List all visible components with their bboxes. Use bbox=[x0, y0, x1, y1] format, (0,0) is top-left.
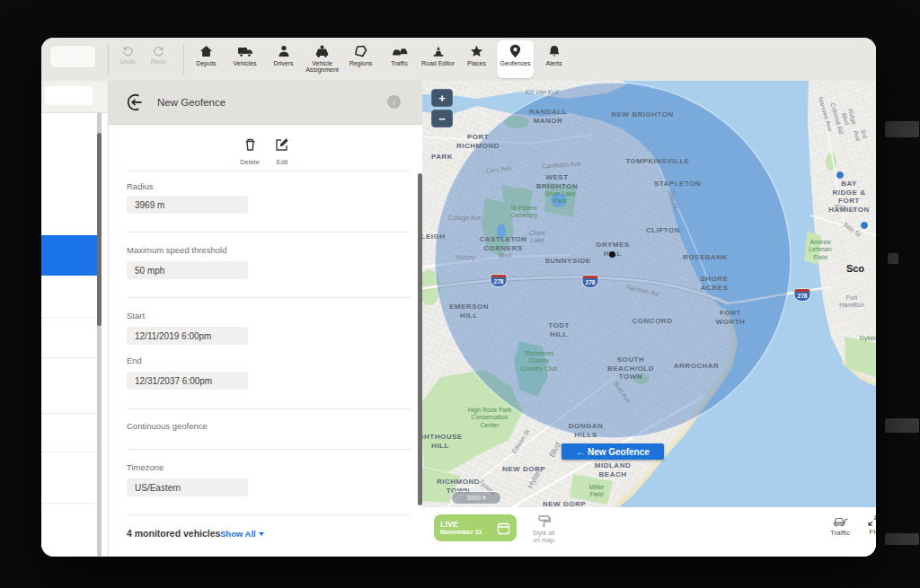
panel-divider bbox=[127, 171, 411, 171]
home-icon bbox=[199, 43, 213, 59]
interstate-278-shield-icon: 278 bbox=[795, 289, 810, 301]
toolbar-tabs: DepotsVehiclesDriversVehicle AssignmentR… bbox=[187, 38, 573, 81]
redo-icon bbox=[152, 44, 165, 57]
undo-icon bbox=[121, 44, 135, 57]
show-all-label: Show All bbox=[220, 529, 256, 539]
map-new-geofence-button[interactable]: ← New Geofence bbox=[562, 443, 664, 460]
sidebar-search-skeleton[interactable] bbox=[49, 45, 96, 68]
sidebar-row-divider bbox=[41, 503, 99, 504]
panel-header: New Geofence i bbox=[109, 81, 422, 125]
undo-label: Undo bbox=[112, 58, 143, 65]
trash-icon bbox=[243, 137, 257, 152]
panel-divider bbox=[127, 297, 411, 298]
interstate-278-shield-icon: 278 bbox=[583, 276, 598, 287]
sidebar-row-divider bbox=[41, 317, 99, 318]
toolbar-tab-vehicle-assignment[interactable]: Vehicle Assignment bbox=[303, 38, 341, 81]
monitored-vehicles-text: 4 monitored vehicles bbox=[127, 528, 220, 539]
edit-label: Edit bbox=[262, 158, 302, 166]
toolbar-tab-vehicles[interactable]: Vehicles bbox=[226, 38, 264, 81]
start-field[interactable]: 12/11/2019 6:00pm bbox=[127, 327, 248, 345]
live-date-label: November 11 bbox=[440, 529, 497, 537]
end-label: End bbox=[127, 355, 142, 365]
bell-icon bbox=[548, 43, 561, 59]
toolbar-tab-label: Vehicles bbox=[233, 60, 256, 66]
sidebar-input-skeleton[interactable] bbox=[45, 86, 93, 105]
sidebar-selected-row[interactable] bbox=[41, 235, 99, 276]
edit-button[interactable]: Edit bbox=[262, 137, 302, 166]
left-sidebar bbox=[41, 81, 108, 557]
continuous-geofence-label: Continuous geofence bbox=[127, 421, 208, 431]
app-window: Undo Redo DepotsVehiclesDriversVehicle A… bbox=[41, 38, 876, 557]
style-all-label2: on map bbox=[533, 537, 553, 543]
redo-button[interactable]: Redo bbox=[143, 42, 173, 65]
timezone-field[interactable]: US/Eastern bbox=[127, 478, 248, 496]
top-toolbar: Undo Redo DepotsVehiclesDriversVehicle A… bbox=[41, 38, 876, 82]
star-icon bbox=[470, 43, 483, 59]
toolbar-separator bbox=[183, 43, 184, 75]
toolbar-tab-label: Places bbox=[467, 60, 486, 66]
background-fragment bbox=[885, 533, 919, 545]
toolbar-tab-regions[interactable]: Regions bbox=[341, 38, 380, 81]
traffic-label: Traffic bbox=[823, 529, 857, 538]
toolbar-tab-label: Alerts bbox=[546, 60, 562, 66]
toolbar-tab-label: Depots bbox=[196, 60, 216, 66]
chevron-down-icon bbox=[259, 532, 264, 536]
toolbar-tab-label: Traffic bbox=[391, 60, 408, 66]
max-speed-label: Maximum speed threshold bbox=[127, 245, 226, 255]
toolbar-separator bbox=[108, 43, 109, 75]
max-speed-field[interactable]: 50 mph bbox=[127, 261, 248, 279]
background-fragment bbox=[888, 253, 898, 264]
start-label: Start bbox=[127, 311, 145, 320]
undo-button[interactable]: Undo bbox=[112, 42, 143, 65]
panel-divider bbox=[127, 232, 411, 233]
live-date-button[interactable]: LIVE November 11 bbox=[434, 514, 517, 541]
back-circle-arrow-icon[interactable] bbox=[125, 92, 145, 112]
timezone-label: Timezone bbox=[127, 462, 164, 472]
geofence-circle[interactable] bbox=[435, 83, 791, 438]
zoom-out-button[interactable]: − bbox=[431, 110, 453, 127]
polygon-icon bbox=[354, 43, 367, 59]
toolbar-tab-road-editor[interactable]: Road Editor bbox=[419, 38, 457, 81]
calendar-icon bbox=[497, 522, 510, 535]
geofence-center-marker[interactable] bbox=[609, 251, 615, 258]
map-scale-indicator: 3000 ft bbox=[451, 491, 501, 505]
toolbar-tab-alerts[interactable]: Alerts bbox=[535, 38, 573, 81]
panel-divider bbox=[127, 514, 411, 515]
map-pin-icon bbox=[509, 43, 521, 59]
toolbar-tab-label: Regions bbox=[349, 60, 373, 66]
map-poi-icon[interactable] bbox=[860, 221, 869, 230]
bottom-bar: LIVE November 11 Style all on map bbox=[422, 507, 876, 557]
toolbar-tab-geofences[interactable]: Geofences bbox=[496, 38, 535, 81]
sidebar-row-divider bbox=[41, 452, 99, 452]
show-all-link[interactable]: Show All bbox=[220, 529, 264, 539]
panel-title: New Geofence bbox=[157, 97, 226, 108]
traffic-toggle[interactable]: Traffic bbox=[823, 515, 857, 538]
info-icon[interactable]: i bbox=[387, 95, 401, 109]
sidebar-scrollbar-thumb[interactable] bbox=[97, 133, 102, 326]
fit-bounds-control[interactable]: Fit bbox=[860, 515, 876, 537]
radius-field[interactable]: 3969 m bbox=[127, 196, 248, 214]
toolbar-tab-drivers[interactable]: Drivers bbox=[264, 38, 303, 81]
traffic-cars-icon bbox=[392, 43, 408, 59]
driver-icon bbox=[278, 43, 290, 59]
end-field[interactable]: 12/31/2037 6:00pm bbox=[127, 372, 248, 390]
map-canvas[interactable]: Kill Van KullRANDALL MANORNEW BRIGHTONPO… bbox=[422, 81, 876, 507]
style-all-control[interactable]: Style all on map bbox=[526, 514, 561, 545]
truck-icon bbox=[237, 43, 253, 59]
toolbar-tab-traffic[interactable]: Traffic bbox=[380, 38, 419, 81]
background-fragment bbox=[885, 121, 919, 137]
zoom-in-button[interactable]: + bbox=[431, 89, 453, 107]
panel-divider bbox=[127, 408, 411, 409]
geofence-detail-panel: New Geofence i Delete Edit Radius 3969 m… bbox=[108, 81, 422, 557]
vehicle-assignment-icon bbox=[314, 43, 330, 59]
radius-label: Radius bbox=[127, 181, 154, 191]
toolbar-tab-label: Road Editor bbox=[421, 60, 455, 66]
toolbar-tab-label: Vehicle Assignment bbox=[303, 60, 341, 74]
toolbar-tab-places[interactable]: Places bbox=[457, 38, 496, 81]
interstate-278-shield-icon: 278 bbox=[491, 275, 507, 286]
fit-label: Fit bbox=[860, 528, 876, 537]
map-zoom-control: + − bbox=[431, 89, 453, 130]
toolbar-tab-depots[interactable]: Depots bbox=[187, 38, 226, 81]
sidebar-top-strip bbox=[41, 81, 108, 113]
map-poi-icon[interactable] bbox=[836, 171, 845, 180]
